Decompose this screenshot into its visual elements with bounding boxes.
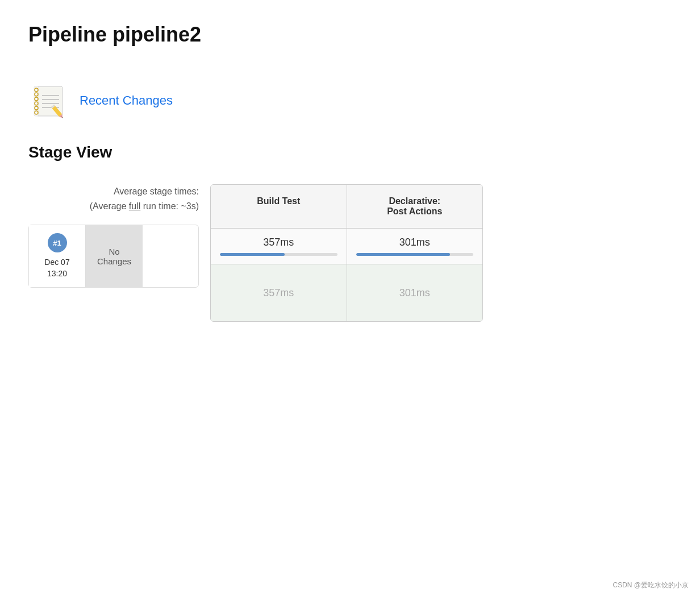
stage-header-post-actions: Declarative:Post Actions [347, 185, 483, 228]
stage-view-container: Average stage times: (Average full run t… [28, 184, 672, 322]
progress-fill-post-actions [356, 253, 450, 256]
avg-times-text: Average stage times: (Average full run t… [28, 184, 199, 213]
notebook-icon [28, 81, 68, 121]
left-panel: Average stage times: (Average full run t… [28, 184, 210, 288]
build-badge[interactable]: #1 [48, 233, 67, 252]
build-row: #1 Dec 07 13:20 NoChanges [28, 225, 199, 288]
stage-avg-time-build-test: 357ms [220, 237, 338, 248]
stage-build-time-post-actions: 301ms [347, 264, 483, 321]
stages-build-row: 357ms 301ms [211, 264, 482, 321]
progress-track-build-test [220, 253, 338, 256]
stages-header-row: Build Test Declarative:Post Actions [211, 185, 482, 229]
recent-changes-section: Recent Changes [28, 81, 672, 121]
no-changes-cell: NoChanges [86, 225, 143, 287]
progress-track-post-actions [356, 253, 474, 256]
stage-header-build-test: Build Test [211, 185, 347, 228]
stage-avg-time-post-actions: 301ms [356, 237, 474, 248]
stages-grid: Build Test Declarative:Post Actions 357m… [210, 184, 483, 322]
stage-avg-build-test: 357ms [211, 229, 347, 264]
stage-build-time-build-test: 357ms [211, 264, 347, 321]
stages-avg-row: 357ms 301ms [211, 229, 482, 264]
page-title: Pipeline pipeline2 [28, 23, 672, 47]
stage-avg-post-actions: 301ms [347, 229, 483, 264]
stage-view-title: Stage View [28, 143, 672, 161]
build-date: Dec 07 13:20 [44, 257, 69, 279]
build-number-cell: #1 Dec 07 13:20 [29, 225, 86, 287]
progress-fill-build-test [220, 253, 285, 256]
recent-changes-link[interactable]: Recent Changes [80, 93, 173, 108]
